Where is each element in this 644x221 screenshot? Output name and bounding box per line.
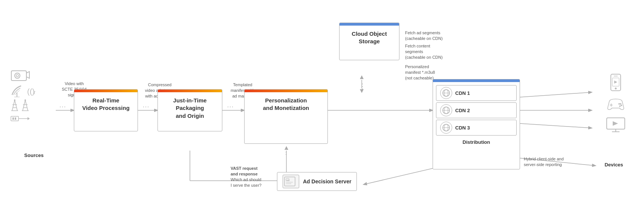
cloud-storage-header: [340, 23, 399, 26]
hybrid-reporting-label: Hybrid client-side andserver-side report…: [524, 156, 592, 168]
svg-point-64: [621, 105, 622, 106]
svg-text:AD: AD: [286, 179, 290, 181]
source-icons-row: (() t: [11, 84, 52, 97]
cdn3-icon: [440, 122, 452, 134]
cdn2-icon: [440, 104, 452, 116]
cdn2-box: CDN 2: [436, 102, 517, 118]
cdn3-globe-icon: [442, 123, 450, 132]
fetch-ad-label: Fetch ad segments(cacheable on CDN): [405, 30, 465, 41]
controller-icon: [606, 98, 625, 111]
antenna-icons-row: [11, 99, 52, 112]
svg-line-26: [15, 100, 17, 111]
just-in-time-title: Just-in-TimePackagingand Origin: [158, 92, 222, 123]
distribution-header: [433, 79, 520, 82]
personalization-title: Personalizationand Monetization: [245, 92, 327, 116]
antenna2-icon: [21, 99, 29, 112]
vast-label: VAST requestand responseWhich ad shouldI…: [231, 166, 280, 188]
svg-line-32: [25, 100, 28, 111]
dots-below-person: ⋮: [283, 148, 290, 156]
cdn1-label: CDN 1: [455, 90, 470, 96]
sources-label: Sources: [13, 152, 55, 158]
cloud-storage-title: Cloud ObjectStorage: [340, 26, 399, 49]
svg-text:t: t: [34, 90, 35, 95]
devices-area: [595, 73, 636, 132]
distribution-outer-box: CDN 1 CDN 2: [433, 79, 520, 169]
cdn2-label: CDN 2: [455, 108, 470, 113]
svg-marker-70: [613, 121, 618, 126]
phone-icon: [610, 73, 621, 91]
ad-decision-label: Ad Decision Server: [303, 178, 351, 184]
svg-rect-17: [11, 71, 26, 81]
cdn1-icon: [440, 87, 452, 99]
svg-marker-41: [28, 117, 30, 120]
ad-decision-box: AD Ad Decision Server: [277, 172, 357, 191]
svg-marker-60: [614, 81, 617, 84]
svg-point-65: [619, 105, 621, 107]
cdn2-globe-icon: [442, 106, 450, 114]
svg-line-4: [520, 92, 592, 97]
fetch-content-label: Fetch contentsegments(cacheable on CDN): [405, 43, 465, 60]
distribution-content: CDN 1 CDN 2: [433, 82, 520, 137]
svg-marker-8: [360, 75, 364, 79]
svg-text:((): ((): [27, 87, 35, 96]
svg-line-6: [520, 123, 592, 128]
svg-line-31: [23, 100, 25, 111]
svg-rect-39: [15, 117, 16, 120]
tower-icon: [11, 99, 19, 112]
svg-point-20: [16, 75, 18, 77]
satellite-icon: [11, 84, 23, 97]
ad-icon: AD: [283, 175, 299, 188]
real-time-header: [74, 90, 138, 92]
svg-point-19: [15, 73, 20, 78]
encoder-icon: [11, 114, 30, 123]
cdn1-globe-icon: [442, 89, 450, 97]
svg-rect-51: [285, 177, 295, 186]
ad-server-icon: AD: [284, 176, 298, 187]
cdn3-label: CDN 3: [455, 125, 470, 131]
dots-1: ⋯: [59, 102, 67, 111]
personalization-header: [245, 90, 327, 92]
svg-rect-38: [12, 117, 14, 120]
real-time-box: Real-TimeVideo Processing: [74, 89, 138, 131]
dots-3: ⋯: [227, 102, 234, 111]
svg-point-30: [14, 99, 15, 101]
svg-point-57: [615, 88, 617, 90]
svg-point-66: [620, 103, 621, 105]
real-time-title: Real-TimeVideo Processing: [74, 92, 138, 116]
just-in-time-header: [158, 90, 222, 92]
sources-area: (() t: [11, 68, 52, 123]
personalized-manifest-label: Personalizedmanifest *.m3u8(not cacheabl…: [405, 64, 465, 81]
cdn1-box: CDN 1: [436, 85, 517, 101]
svg-line-25: [12, 100, 15, 111]
distribution-label: Distribution: [433, 139, 520, 145]
just-in-time-box: Just-in-TimePackagingand Origin: [158, 89, 222, 131]
svg-point-36: [24, 99, 26, 101]
dots-cloud: ⋮: [359, 82, 367, 90]
svg-point-63: [618, 103, 620, 105]
personalization-box: Personalizationand Monetization: [244, 89, 328, 144]
cloud-storage-box: Cloud ObjectStorage: [339, 23, 399, 60]
svg-marker-18: [26, 72, 29, 78]
wifi-icon: (() t: [26, 84, 38, 97]
devices-label: Devices: [595, 162, 633, 168]
camera-icon: [11, 68, 30, 82]
tv-icon: [606, 117, 626, 132]
dots-2: ⋯: [142, 102, 150, 111]
cdn3-box: CDN 3: [436, 120, 517, 136]
architecture-diagram: (() t: [0, 0, 644, 221]
